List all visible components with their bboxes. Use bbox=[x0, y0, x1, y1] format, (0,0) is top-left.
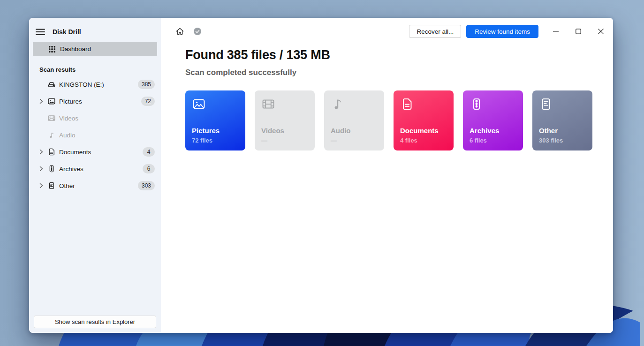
dashboard-grid-icon bbox=[49, 46, 55, 53]
scan-results-section-label: Scan results bbox=[39, 66, 161, 73]
maximize-icon[interactable] bbox=[574, 27, 583, 36]
disk-drill-window: Disk Drill Dashboard Scan results KINGST… bbox=[29, 18, 613, 333]
sidebar-item-label: Archives bbox=[59, 165, 83, 173]
audio-icon bbox=[47, 131, 56, 139]
other-icon bbox=[539, 97, 553, 111]
recover-all-button[interactable]: Recover all... bbox=[409, 25, 461, 38]
card-audio: Audio — bbox=[324, 90, 384, 150]
documents-icon bbox=[47, 148, 56, 156]
close-icon[interactable] bbox=[597, 27, 605, 36]
count-badge: 6 bbox=[143, 164, 155, 173]
pictures-icon bbox=[47, 97, 56, 105]
show-scan-results-in-explorer-button[interactable]: Show scan results in Explorer bbox=[34, 316, 156, 328]
hard-drive-icon bbox=[47, 80, 56, 89]
card-documents[interactable]: Documents 4 files bbox=[394, 90, 454, 150]
card-title: Audio bbox=[331, 127, 351, 135]
sidebar-item-label: Pictures bbox=[59, 98, 82, 105]
count-badge: 385 bbox=[138, 80, 155, 89]
card-pictures[interactable]: Pictures 72 files bbox=[185, 90, 245, 150]
hamburger-menu-icon[interactable] bbox=[35, 27, 45, 37]
chevron-right-icon[interactable] bbox=[39, 98, 47, 104]
check-circle-icon[interactable] bbox=[192, 26, 203, 37]
videos-icon bbox=[47, 114, 56, 122]
archives-icon bbox=[470, 97, 484, 111]
sidebar: Disk Drill Dashboard Scan results KINGST… bbox=[29, 18, 161, 333]
sidebar-item-archives[interactable]: Archives 6 bbox=[29, 160, 161, 177]
count-badge: 4 bbox=[143, 147, 155, 157]
sidebar-item-label: Audio bbox=[59, 132, 76, 139]
card-other[interactable]: Other 303 files bbox=[532, 90, 592, 150]
home-icon[interactable] bbox=[174, 26, 185, 37]
card-count: 6 files bbox=[470, 137, 487, 144]
card-count: — bbox=[331, 137, 337, 144]
sidebar-item-videos: Videos bbox=[29, 110, 161, 127]
category-cards: Pictures 72 files Videos — Audio — bbox=[185, 90, 592, 150]
sidebar-item-kingston-drive[interactable]: KINGSTON (E:) 385 bbox=[29, 76, 161, 93]
count-badge: 72 bbox=[141, 97, 155, 106]
sidebar-item-label: Dashboard bbox=[60, 45, 91, 53]
chevron-right-icon[interactable] bbox=[39, 149, 47, 155]
scan-results-list: KINGSTON (E:) 385 Pictures 72 Videos bbox=[29, 76, 161, 194]
card-title: Videos bbox=[261, 127, 284, 135]
documents-icon bbox=[400, 97, 414, 111]
audio-icon bbox=[331, 97, 345, 111]
pictures-icon bbox=[192, 97, 206, 111]
chevron-right-icon[interactable] bbox=[39, 183, 47, 188]
main-panel: Recover all... Review found items Found … bbox=[161, 18, 613, 333]
sidebar-item-audio: Audio bbox=[29, 127, 161, 143]
chevron-right-icon[interactable] bbox=[39, 166, 47, 172]
sidebar-item-other[interactable]: Other 303 bbox=[29, 177, 161, 194]
card-title: Documents bbox=[400, 127, 439, 135]
other-icon bbox=[47, 181, 56, 190]
sidebar-footer: Show scan results in Explorer bbox=[29, 311, 161, 333]
card-count: 303 files bbox=[539, 137, 563, 144]
card-archives[interactable]: Archives 6 files bbox=[463, 90, 523, 150]
sidebar-item-label: KINGSTON (E:) bbox=[59, 81, 104, 88]
scan-status-text: Scan completed successfully bbox=[185, 68, 296, 77]
sidebar-item-pictures[interactable]: Pictures 72 bbox=[29, 93, 161, 110]
sidebar-header: Disk Drill bbox=[29, 18, 161, 38]
review-found-items-button[interactable]: Review found items bbox=[466, 25, 538, 38]
sidebar-item-label: Other bbox=[59, 182, 75, 189]
sidebar-item-label: Videos bbox=[59, 115, 78, 122]
archives-icon bbox=[47, 165, 56, 173]
card-title: Pictures bbox=[192, 127, 220, 135]
videos-icon bbox=[261, 97, 275, 111]
card-videos: Videos — bbox=[255, 90, 315, 150]
card-count: — bbox=[261, 137, 267, 144]
card-title: Archives bbox=[470, 127, 499, 135]
sidebar-item-dashboard[interactable]: Dashboard bbox=[33, 42, 157, 56]
card-count: 72 files bbox=[192, 137, 212, 144]
page-title: Found 385 files / 135 MB bbox=[185, 48, 330, 62]
card-title: Other bbox=[539, 127, 558, 135]
topbar: Recover all... Review found items bbox=[174, 24, 605, 38]
sidebar-item-label: Documents bbox=[59, 149, 91, 156]
minimize-icon[interactable] bbox=[552, 27, 560, 36]
card-count: 4 files bbox=[400, 137, 417, 144]
window-controls bbox=[538, 27, 605, 36]
app-title: Disk Drill bbox=[53, 28, 81, 36]
count-badge: 303 bbox=[138, 181, 155, 190]
sidebar-item-documents[interactable]: Documents 4 bbox=[29, 143, 161, 160]
